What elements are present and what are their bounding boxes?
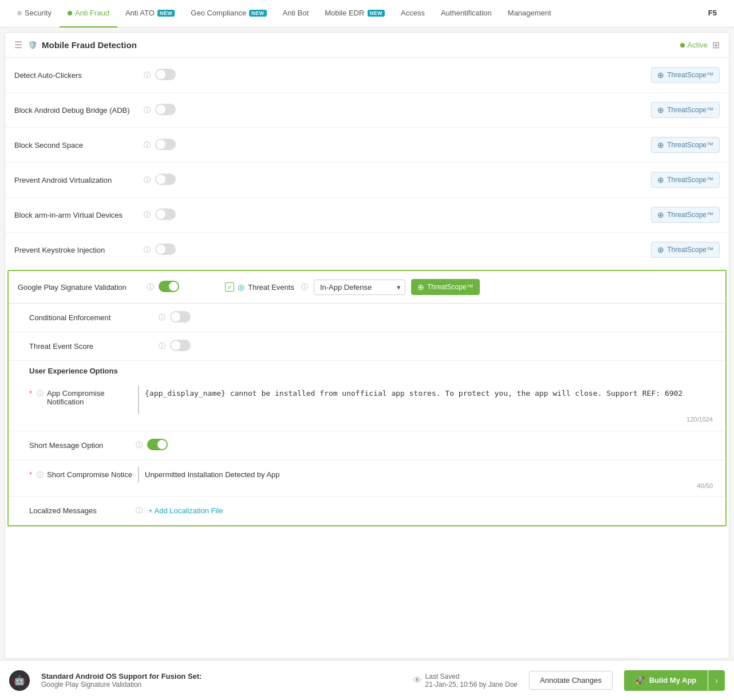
nav-badge-antiato: NEW (157, 10, 175, 17)
app-compromise-textarea[interactable]: {app_display_name} cannot be installed f… (138, 386, 716, 414)
info-icon-localized-messages[interactable]: ⓘ (136, 506, 143, 516)
threat-events-icon: ◎ (238, 282, 244, 292)
toggle-google-play[interactable]: ✓ (159, 281, 179, 294)
threatscope-button-block-arm-in-arm[interactable]: ⊕ ThreatScope™ (651, 207, 720, 223)
info-icon-block-arm-in-arm[interactable]: ⓘ (144, 210, 151, 220)
toggle-switch-detect-autoclickers[interactable] (155, 69, 176, 80)
info-icon-prevent-android-virt[interactable]: ⓘ (144, 175, 151, 185)
threatscope-button-block-second-space[interactable]: ⊕ ThreatScope™ (651, 137, 720, 153)
nav-item-management[interactable]: Management (500, 0, 559, 27)
info-icon-short-compromise[interactable]: ⓘ (37, 470, 44, 480)
annotate-changes-button[interactable]: Annotate Changes (529, 671, 613, 690)
toggle-block-adb[interactable] (155, 104, 176, 117)
toggle-switch-prevent-keystroke[interactable] (155, 243, 176, 255)
short-compromise-input-wrap: 40/50 (138, 467, 716, 489)
feature-name-block-adb: Block Android Debug Bridge (ADB) (14, 106, 140, 115)
threatscope-block-adb[interactable]: ⊕ ThreatScope™ (651, 102, 720, 118)
info-icon-short-message[interactable]: ⓘ (136, 441, 143, 450)
toggle-sidebar-button[interactable]: ☰ (14, 40, 22, 50)
toggle-block-arm-in-arm[interactable] (155, 209, 176, 222)
info-icon-block-second-space[interactable]: ⓘ (144, 140, 151, 150)
page-title: Mobile Fraud Detection (42, 40, 137, 50)
threatscope-block-arm-in-arm[interactable]: ⊕ ThreatScope™ (651, 207, 720, 223)
nav-badge-mobileedr: NEW (368, 10, 385, 17)
threatscope-button-prevent-keystroke[interactable]: ⊕ ThreatScope™ (651, 242, 720, 258)
build-my-app-button[interactable]: 🚀 Build My App (624, 670, 708, 691)
toggle-threat-event-score[interactable] (170, 340, 191, 353)
nav-item-authentification[interactable]: Authentification (433, 0, 500, 27)
sub-row-short-message: Short Message Option ⓘ ✓ (9, 431, 725, 460)
threatscope-button-prevent-android-virt[interactable]: ⊕ ThreatScope™ (651, 172, 720, 188)
toggle-prevent-keystroke[interactable] (155, 243, 176, 257)
info-icon-conditional-enforcement[interactable]: ⓘ (159, 313, 165, 323)
footer-title: Standard Android OS Support for Fusion S… (41, 672, 401, 681)
nav-item-access[interactable]: Access (393, 0, 433, 27)
build-btn-arrow-button[interactable]: › (708, 670, 725, 691)
info-icon-threat-events[interactable]: ⓘ (301, 282, 308, 292)
toggle-short-message[interactable]: ✓ (147, 439, 168, 452)
threatscope-detect-autoclickers[interactable]: ⊕ ThreatScope™ (651, 67, 720, 83)
toggle-switch-google-play[interactable]: ✓ (159, 281, 179, 292)
feature-row-block-arm-in-arm: Block arm-in-arm Virtual Devices ⓘ ⊕ Thr… (5, 198, 729, 233)
last-saved-label: Last Saved (425, 673, 518, 681)
add-localization-link[interactable]: + Add Localization File (148, 506, 223, 515)
content-header: ☰ 🛡️ Mobile Fraud Detection Active ⊞ (5, 33, 729, 58)
in-app-defense-dropdown[interactable]: In-App Defense Block Monitor (314, 280, 405, 295)
nav-item-geocompliance[interactable]: Geo Compliance NEW (183, 0, 274, 27)
export-button[interactable]: ⊞ (712, 40, 720, 50)
threatscope-button-block-adb[interactable]: ⊕ ThreatScope™ (651, 102, 720, 118)
threatscope-prevent-keystroke[interactable]: ⊕ ThreatScope™ (651, 242, 720, 258)
info-icon-prevent-keystroke[interactable]: ⓘ (144, 245, 151, 255)
toggle-switch-block-second-space[interactable] (155, 139, 176, 150)
toggle-switch-threat-event-score[interactable] (170, 340, 191, 351)
threatscope-label: ThreatScope™ (667, 71, 713, 79)
toggle-switch-short-message[interactable]: ✓ (147, 439, 168, 450)
short-compromise-input[interactable] (138, 467, 716, 482)
nav-item-mobileedr[interactable]: Mobile EDR NEW (317, 0, 393, 27)
feature-name-conditional-enforcement: Conditional Enforcement (29, 313, 155, 322)
threatscope-button-google-play[interactable]: ⊕ ThreatScope™ (411, 279, 480, 295)
toggle-switch-block-arm-in-arm[interactable] (155, 209, 176, 220)
info-icon-google-play[interactable]: ⓘ (147, 282, 154, 292)
feature-name-block-second-space: Block Second Space (14, 141, 140, 150)
toggle-conditional-enforcement[interactable] (170, 311, 191, 324)
toggle-prevent-android-virt[interactable] (155, 174, 176, 187)
feature-row-block-adb: Block Android Debug Bridge (ADB) ⓘ ⊕ Thr… (5, 93, 729, 128)
sub-row-short-compromise: * ⓘ Short Compromise Notice 40/50 (9, 460, 725, 497)
threatscope-block-second-space[interactable]: ⊕ ThreatScope™ (651, 137, 720, 153)
threatscope-button-detect-autoclickers[interactable]: ⊕ ThreatScope™ (651, 67, 720, 83)
feature-name-threat-event-score: Threat Event Score (29, 342, 155, 351)
nav-badge-geocompliance: NEW (249, 10, 267, 17)
toggle-switch-block-adb[interactable] (155, 104, 176, 115)
footer-text-wrap: Standard Android OS Support for Fusion S… (41, 672, 401, 689)
threat-events-label: Threat Events (248, 283, 294, 292)
sub-row-localized-messages: Localized Messages ⓘ + Add Localization … (9, 497, 725, 525)
build-btn-wrap: 🚀 Build My App › (624, 670, 725, 691)
dropdown-wrap[interactable]: In-App Defense Block Monitor (314, 280, 405, 295)
nav-bar: Security Anti Fraud Anti ATO NEW Geo Com… (0, 0, 734, 27)
info-icon-block-adb[interactable]: ⓘ (144, 105, 151, 115)
nav-item-antibot[interactable]: Anti Bot (275, 0, 317, 27)
feature-row-detect-autoclickers: Detect Auto-Clickers ⓘ ⊕ ThreatScope™ (5, 58, 729, 93)
app-compromise-textarea-wrap: {app_display_name} cannot be installed f… (138, 386, 716, 424)
threat-events-checkbox[interactable]: ✓ (225, 282, 234, 292)
main-content: ☰ 🛡️ Mobile Fraud Detection Active ⊞ Det… (5, 32, 729, 659)
info-icon-app-compromise[interactable]: ⓘ (37, 389, 44, 399)
nav-label-antibot: Anti Bot (283, 9, 309, 17)
info-icon-threat-event-score[interactable]: ⓘ (159, 341, 165, 351)
toggle-block-second-space[interactable] (155, 139, 176, 152)
feature-name-detect-autoclickers: Detect Auto-Clickers (14, 71, 140, 80)
threatscope-prevent-android-virt[interactable]: ⊕ ThreatScope™ (651, 172, 720, 188)
nav-item-antifraud[interactable]: Anti Fraud (60, 0, 117, 27)
nav-label-management: Management (508, 9, 551, 17)
sub-row-threat-event-score: Threat Event Score ⓘ (9, 332, 725, 361)
toggle-switch-conditional-enforcement[interactable] (170, 311, 191, 323)
nav-dot-security (17, 11, 22, 15)
nav-item-antiato[interactable]: Anti ATO NEW (117, 0, 183, 27)
toggle-detect-autoclickers[interactable] (155, 69, 176, 82)
nav-item-security[interactable]: Security (9, 0, 60, 27)
toggle-switch-prevent-android-virt[interactable] (155, 174, 176, 185)
nav-item-f5[interactable]: F5 (700, 0, 725, 27)
info-icon-detect-autoclickers[interactable]: ⓘ (144, 70, 151, 80)
threatscope-google-play[interactable]: ⊕ ThreatScope™ (411, 279, 480, 295)
